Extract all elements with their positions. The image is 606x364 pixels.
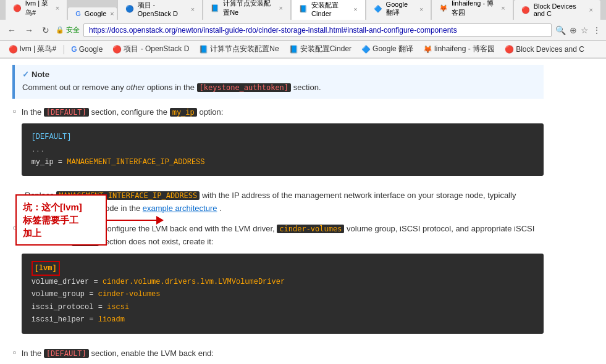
tab-label: linhaifeng - 博客园 [452, 0, 497, 17]
ann-line3: 加上 [23, 228, 41, 238]
bookmark-compute[interactable]: 📘 计算节点安装配置Ne [195, 43, 282, 56]
tab-label: Google [85, 10, 106, 17]
ann-line1: 坑：这个[lvm] [23, 202, 82, 212]
bookmark-label: Block Devices and C [516, 45, 584, 54]
tab-label: Block Devices and C [534, 2, 586, 17]
note-title-text: Note [32, 70, 49, 79]
text: section, configure the [91, 107, 169, 117]
bookmark-icon: G [71, 45, 77, 54]
note-title: ✓ Note [22, 70, 536, 79]
tab-block-devices[interactable]: 🔴 Block Devices and C × [513, 0, 601, 20]
bullet-4: ○ [12, 349, 17, 364]
tab-close[interactable]: × [56, 4, 59, 12]
note-other: other [126, 83, 145, 92]
note-box: ✓ Note Comment out or remove any other o… [12, 65, 544, 99]
address-icons: 🔍 ⊕ ☆ ⋮ [555, 25, 601, 35]
refresh-button[interactable]: ↻ [40, 24, 52, 36]
annotation-text: 坑：这个[lvm] 标签需要手工 加上 [23, 201, 99, 239]
list-content-1: In the [DEFAULT] section, configure the … [22, 106, 544, 181]
bookmark-star-icon[interactable]: ☆ [581, 25, 589, 35]
code-block-3: [lvm] volume_driver = cinder.volume.driv… [22, 254, 544, 334]
security-badge: 🔒 安全 [56, 25, 80, 35]
tab-cinder[interactable]: 📘 安装配置Cinder × [291, 0, 366, 20]
tab-close[interactable]: × [501, 4, 505, 12]
translate-icon[interactable]: ⊕ [570, 25, 577, 35]
bullet-1: ○ [12, 107, 17, 181]
bookmark-block-devices[interactable]: 🔴 Block Devices and C [501, 44, 588, 55]
note-code-section: [keystone_authtoken] [197, 83, 292, 92]
menu-icon[interactable]: ⋮ [592, 25, 601, 35]
text: option: [199, 107, 223, 117]
text: In the [22, 349, 44, 358]
tab-label: Google 翻译 [386, 1, 416, 17]
bookmark-label: 项目 - OpenStack D [124, 44, 189, 54]
note-text: Comment out or remove any other options … [22, 81, 536, 94]
code-line-lvm: [lvm] [32, 261, 534, 276]
bookmark-blog[interactable]: 🦊 linhaifeng - 博客园 [419, 43, 499, 56]
ann-line2: 标签需要手工 [23, 215, 78, 225]
tab-blog[interactable]: 🦊 linhaifeng - 博客园 × [431, 0, 513, 20]
tab-label: 安装配置Cinder [311, 1, 350, 17]
annotation-container: 坑：这个[lvm] 标签需要手工 加上 [15, 194, 164, 246]
tab-close[interactable]: × [589, 6, 593, 14]
tab-compute[interactable]: 📘 计算节点安装配置Ne × [203, 0, 291, 20]
separator: | [62, 44, 65, 55]
tab-close[interactable]: × [279, 4, 283, 12]
bookmark-label: linhaifeng - 博客园 [434, 44, 495, 54]
note-suffix: options in the [147, 83, 197, 92]
tab-lvm[interactable]: 🔴 lvm | 菜鸟# × [5, 0, 67, 20]
tab-close[interactable]: × [191, 6, 195, 13]
tab-google[interactable]: G Google × [67, 7, 117, 20]
list-text-4: In the [DEFAULT] section, enable the LVM… [22, 347, 544, 360]
code-line: iscsi_protocol = iscsi [32, 301, 534, 313]
bookmark-label: Google [79, 45, 103, 54]
tab-favicon: 🔷 [374, 5, 382, 13]
tab-close[interactable]: × [419, 6, 423, 13]
search-icon[interactable]: 🔍 [555, 25, 566, 35]
cinder-volumes-option: cinder-volumes [277, 225, 344, 233]
code-line: volume_driver = cinder.volume.drivers.lv… [32, 276, 534, 288]
bookmarks-bar: 🔴 lvm | 菜鸟# | G Google 🔴 项目 - OpenStack … [0, 41, 606, 58]
bookmark-label: Google 翻译 [372, 44, 413, 54]
tab-close[interactable]: × [110, 10, 114, 17]
my-ip-option: my_ip [170, 108, 197, 117]
bookmark-project[interactable]: 🔴 项目 - OpenStack D [109, 43, 193, 56]
list-content-4: In the [DEFAULT] section, enable the LVM… [22, 347, 544, 364]
tab-favicon: 📘 [299, 5, 308, 13]
tab-translate[interactable]: 🔷 Google 翻译 × [366, 0, 432, 20]
note-prefix: Comment out or remove any [22, 83, 126, 92]
bookmark-label: 计算节点安装配置Ne [210, 44, 279, 54]
bookmark-icon: 🔴 [9, 45, 18, 54]
code-line: my_ip = MANAGEMENT_INTERFACE_IP_ADDRESS [32, 156, 534, 168]
code-line: iscsi_helper = lioadm [32, 313, 534, 326]
bookmark-icon: 📘 [289, 45, 298, 54]
bookmark-google[interactable]: G Google [67, 44, 106, 55]
tab-bar: 🔴 lvm | 菜鸟# × G Google × 🔵 项目 - OpenStac… [0, 0, 606, 20]
tab-favicon: 📘 [211, 4, 219, 12]
bookmark-icon: 🔴 [112, 45, 122, 54]
default-tag: [DEFAULT] [44, 108, 89, 117]
bookmark-lvm[interactable]: 🔴 lvm | 菜鸟# [5, 43, 60, 56]
tab-favicon: 🔴 [13, 4, 22, 12]
bookmark-icon: 🔷 [361, 45, 371, 54]
list-text-1: In the [DEFAULT] section, configure the … [22, 106, 544, 119]
list-item-4: ○ In the [DEFAULT] section, enable the L… [12, 347, 544, 364]
bookmark-icon: 🦊 [423, 45, 432, 54]
arrow-head [156, 216, 164, 225]
default-tag-2: [DEFAULT] [44, 349, 89, 358]
browser-window: 🔴 lvm | 菜鸟# × G Google × 🔵 项目 - OpenStac… [0, 0, 606, 364]
address-input[interactable] [83, 23, 552, 37]
tab-favicon: 🔵 [125, 5, 134, 13]
bookmark-label: 安装配置Cinder [300, 44, 351, 54]
tab-favicon: 🦊 [439, 4, 448, 12]
tab-close[interactable]: × [353, 6, 357, 13]
security-text: 安全 [66, 25, 80, 35]
text: section, enable the LVM back end: [91, 349, 214, 358]
annotation-box: 坑：这个[lvm] 标签需要手工 加上 [15, 194, 107, 246]
note-end: section. [293, 83, 321, 92]
forward-button[interactable]: → [22, 24, 36, 36]
back-button[interactable]: ← [5, 24, 19, 36]
bookmark-cinder[interactable]: 📘 安装配置Cinder [285, 43, 355, 56]
tab-project[interactable]: 🔵 项目 - OpenStack D × [117, 0, 203, 20]
bookmark-translate[interactable]: 🔷 Google 翻译 [358, 43, 417, 56]
